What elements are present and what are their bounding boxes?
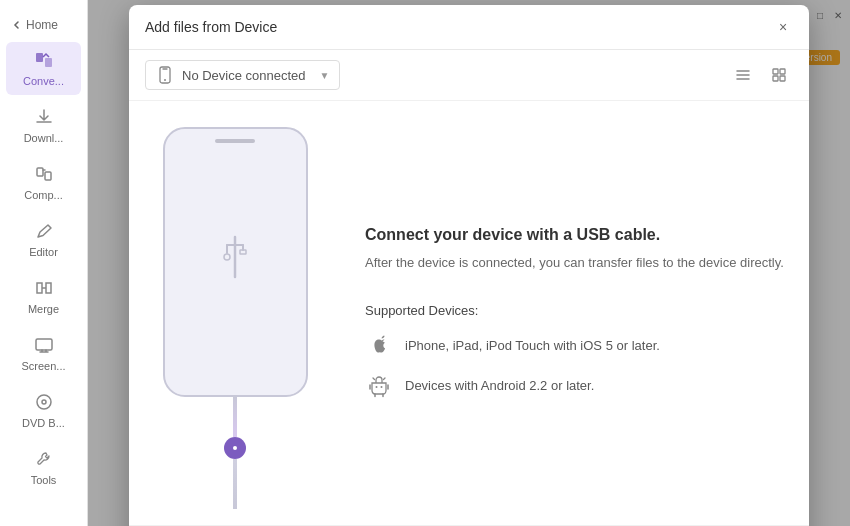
tools-icon xyxy=(33,449,55,471)
svg-rect-12 xyxy=(780,69,785,74)
dialog-title: Add files from Device xyxy=(145,19,277,35)
sidebar-item-convert[interactable]: Conve... xyxy=(6,42,81,95)
sidebar-item-dvd-label: DVD B... xyxy=(22,417,65,429)
svg-rect-15 xyxy=(240,250,246,254)
phone-connector xyxy=(224,437,246,459)
svg-rect-2 xyxy=(37,168,43,176)
sidebar-item-compress[interactable]: Comp... xyxy=(6,156,81,209)
main-content: — □ ✕ version Add files from Device × xyxy=(88,0,850,526)
grid-view-button[interactable] xyxy=(765,61,793,89)
svg-point-19 xyxy=(381,386,383,388)
sidebar-item-editor[interactable]: Editor xyxy=(6,213,81,266)
dialog-close-button[interactable]: × xyxy=(773,17,793,37)
phone-cable-top xyxy=(233,397,237,437)
add-files-dialog: Add files from Device × No Device connec… xyxy=(129,5,809,526)
svg-rect-14 xyxy=(780,76,785,81)
sidebar-item-download-label: Downl... xyxy=(24,132,64,144)
editor-icon xyxy=(33,221,55,243)
screen-icon xyxy=(33,335,55,357)
convert-icon xyxy=(33,50,55,72)
svg-rect-0 xyxy=(36,53,43,62)
download-icon xyxy=(33,107,55,129)
android-device-icon xyxy=(365,372,393,400)
svg-rect-4 xyxy=(36,339,52,350)
sidebar-item-tools-label: Tools xyxy=(31,474,57,486)
dialog-header: Add files from Device × xyxy=(129,5,809,50)
sidebar-item-dvd[interactable]: DVD B... xyxy=(6,384,81,437)
dialog-overlay: Add files from Device × No Device connec… xyxy=(88,0,850,526)
dvd-icon xyxy=(33,392,55,414)
sidebar-item-download[interactable]: Downl... xyxy=(6,99,81,152)
svg-point-18 xyxy=(376,386,378,388)
apple-device-icon xyxy=(365,332,393,360)
app-container: Home Conve... Downl... xyxy=(0,0,850,526)
sidebar-item-screen[interactable]: Screen... xyxy=(6,327,81,380)
sidebar-item-merge-label: Merge xyxy=(28,303,59,315)
dialog-toolbar: No Device connected ▼ xyxy=(129,50,809,101)
apple-device-item: iPhone, iPad, iPod Touch with iOS 5 or l… xyxy=(365,332,793,360)
sidebar-back-button[interactable]: Home xyxy=(0,10,87,40)
connect-title: Connect your device with a USB cable. xyxy=(365,226,793,244)
view-controls xyxy=(729,61,793,89)
svg-rect-1 xyxy=(45,58,52,67)
list-view-button[interactable] xyxy=(729,61,757,89)
svg-rect-3 xyxy=(45,172,51,180)
sidebar-item-editor-label: Editor xyxy=(29,246,58,258)
svg-point-16 xyxy=(224,254,230,260)
phone-icon xyxy=(156,66,174,84)
connect-subtitle: After the device is connected, you can t… xyxy=(365,254,793,272)
sidebar-item-tools[interactable]: Tools xyxy=(6,441,81,494)
merge-icon xyxy=(33,278,55,300)
svg-point-5 xyxy=(37,395,51,409)
svg-point-17 xyxy=(233,446,237,450)
svg-rect-11 xyxy=(773,69,778,74)
usb-icon xyxy=(210,227,260,297)
sidebar-item-screen-label: Screen... xyxy=(21,360,65,372)
supported-label: Supported Devices: xyxy=(365,303,793,318)
compress-icon xyxy=(33,164,55,186)
supported-devices-list: iPhone, iPad, iPod Touch with iOS 5 or l… xyxy=(365,332,793,400)
phone-frame xyxy=(163,127,308,397)
device-dropdown[interactable]: No Device connected ▼ xyxy=(145,60,340,90)
dropdown-arrow-icon: ▼ xyxy=(320,70,330,81)
android-device-label: Devices with Android 2.2 or later. xyxy=(405,378,594,393)
sidebar-item-compress-label: Comp... xyxy=(24,189,63,201)
sidebar: Home Conve... Downl... xyxy=(0,0,88,526)
dialog-body: Connect your device with a USB cable. Af… xyxy=(129,101,809,525)
phone-cable-bottom xyxy=(233,459,237,509)
android-device-item: Devices with Android 2.2 or later. xyxy=(365,372,793,400)
connect-info: Connect your device with a USB cable. Af… xyxy=(345,117,793,509)
phone-notch xyxy=(215,139,255,143)
device-placeholder: No Device connected xyxy=(182,68,306,83)
sidebar-back-label: Home xyxy=(26,18,58,32)
phone-illustration xyxy=(145,117,325,509)
svg-point-10 xyxy=(164,79,166,81)
svg-rect-13 xyxy=(773,76,778,81)
sidebar-item-convert-label: Conve... xyxy=(23,75,64,87)
apple-device-label: iPhone, iPad, iPod Touch with iOS 5 or l… xyxy=(405,338,660,353)
svg-point-6 xyxy=(42,400,46,404)
sidebar-item-merge[interactable]: Merge xyxy=(6,270,81,323)
